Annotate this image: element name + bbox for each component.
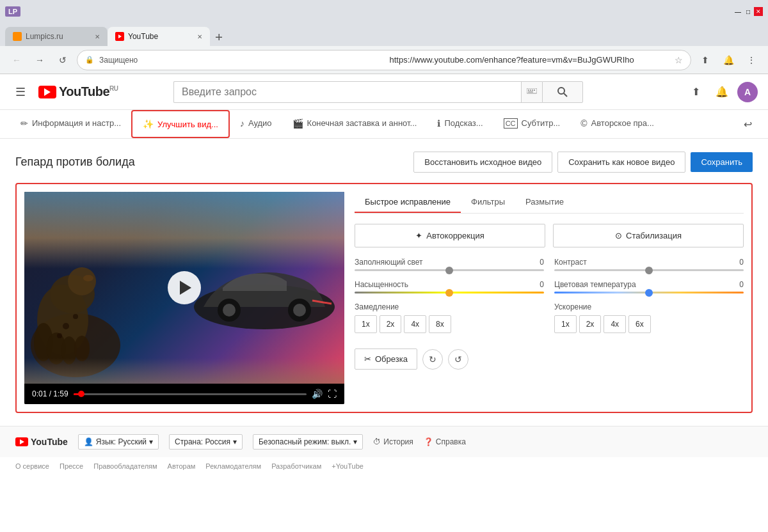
progress-bar[interactable] — [74, 393, 307, 395]
footer-link-press[interactable]: Прессе — [60, 462, 83, 470]
maximize-button[interactable]: □ — [744, 7, 753, 16]
color-temp-label: Цветовая температура — [554, 280, 636, 289]
tab-endcard[interactable]: 🎬 Конечная заставка и аннот... — [282, 111, 428, 138]
editor-panel: Быстрое исправление Фильтры Размытие ✦ А… — [355, 192, 744, 404]
save-button[interactable]: Сохранить — [691, 152, 753, 172]
stabilize-button[interactable]: ⊙ Стабилизация — [553, 224, 744, 247]
contrast-track[interactable] — [554, 269, 744, 271]
notification-browser-icon[interactable]: 🔔 — [719, 51, 737, 69]
tab-blur[interactable]: Размытие — [515, 192, 574, 213]
fill-light-track[interactable] — [355, 269, 544, 271]
forward-button[interactable]: → — [31, 51, 49, 69]
saturation-slider: Насыщенность 0 — [355, 280, 544, 293]
upload-button[interactable]: ⬆ — [686, 82, 707, 102]
safety-chevron: ▾ — [353, 437, 357, 446]
color-temp-thumb[interactable] — [645, 289, 653, 297]
close-button[interactable]: ✕ — [754, 7, 763, 16]
video-controls: 0:01 / 1:59 🔊 ⛶ — [24, 384, 344, 404]
tab-lumpics-close[interactable]: ✕ — [95, 33, 100, 40]
refresh-button[interactable]: ↺ — [54, 51, 72, 69]
tab-info[interactable]: ✏ Информация и настр... — [10, 111, 131, 138]
notifications-button[interactable]: 🔔 — [712, 82, 732, 102]
minimize-button[interactable]: — — [733, 7, 742, 16]
contrast-thumb[interactable] — [645, 267, 653, 274]
hamburger-menu-icon[interactable]: ☰ — [10, 80, 31, 104]
url-box[interactable]: 🔒 Защищено https://www.youtube.com/enhan… — [77, 50, 691, 70]
panel-actions: ✂ Обрезка ↻ ↺ — [355, 348, 744, 370]
save-new-button[interactable]: Сохранить как новое видео — [557, 152, 685, 173]
footer-link-authors[interactable]: Авторам — [168, 462, 196, 470]
slow-1x[interactable]: 1x — [355, 315, 377, 333]
tab-lumpics[interactable]: Lumpics.ru ✕ — [5, 27, 108, 46]
language-selector[interactable]: 👤 Язык: Русский ▾ — [78, 434, 159, 450]
trim-button[interactable]: ✂ Обрезка — [355, 348, 417, 370]
search-button[interactable] — [542, 81, 583, 103]
fill-light-value: 0 — [540, 258, 544, 267]
safety-selector[interactable]: Безопасный режим: выкл. ▾ — [253, 434, 363, 450]
country-selector[interactable]: Страна: Россия ▾ — [169, 434, 243, 450]
slow-4x[interactable]: 4x — [404, 315, 426, 333]
sliders-container: Заполняющий свет 0 Насыщенность — [355, 258, 744, 302]
fast-2x[interactable]: 2x — [579, 315, 602, 333]
help-link[interactable]: ❓ Справка — [424, 437, 466, 446]
lp-badge: LP — [5, 6, 20, 17]
rotate-ccw-button[interactable]: ↺ — [448, 349, 468, 370]
tab-cards[interactable]: ℹ Подсказ... — [427, 111, 493, 138]
history-icon: ⏱ — [373, 437, 381, 446]
fast-1x[interactable]: 1x — [554, 315, 577, 333]
video-player[interactable]: 0:01 / 1:59 🔊 ⛶ — [24, 192, 344, 404]
color-temp-slider: Цветовая температура 0 — [554, 280, 744, 293]
browser-window: LP — □ ✕ Lumpics.ru ✕ YouTube ✕ ← → ↺ — [0, 0, 768, 532]
tab-audio[interactable]: ♪ Аудио — [230, 111, 282, 138]
tab-subtitles[interactable]: CC Субтитр... — [493, 111, 571, 138]
fast-4x[interactable]: 4x — [604, 315, 626, 333]
history-link[interactable]: ⏱ История — [373, 437, 413, 446]
stabilize-label: Стабилизация — [626, 231, 682, 240]
back-button[interactable]: ← — [8, 51, 26, 69]
footer-logo[interactable]: YouTube — [15, 437, 68, 447]
new-tab-button[interactable] — [210, 28, 228, 46]
contrast-slider: Контраст 0 — [554, 258, 744, 271]
footer-link-copyright[interactable]: Правообладателям — [93, 462, 157, 470]
lumpics-favicon — [13, 32, 22, 41]
window-controls: — □ ✕ — [733, 7, 763, 16]
saturation-thumb[interactable] — [445, 289, 453, 297]
youtube-logo[interactable]: YouTubeRU — [38, 84, 118, 99]
speed-up-col: Ускорение 1x 2x 4x 6x — [554, 302, 744, 341]
bookmark-icon[interactable]: ☆ — [675, 55, 683, 65]
search-input[interactable] — [173, 81, 521, 103]
fullscreen-icon[interactable]: ⛶ — [328, 389, 337, 399]
tab-youtube-close[interactable]: ✕ — [197, 33, 202, 40]
volume-icon[interactable]: 🔊 — [312, 389, 323, 399]
footer-link-advertisers[interactable]: Рекламодателям — [205, 462, 261, 470]
autocorrect-button[interactable]: ✦ Автокоррекция — [355, 224, 545, 247]
fill-light-thumb[interactable] — [445, 267, 453, 274]
tab-youtube[interactable]: YouTube ✕ — [108, 27, 210, 46]
video-actions: Восстановить исходное видео Сохранить ка… — [413, 152, 753, 173]
color-temp-track[interactable] — [554, 292, 744, 293]
saturation-track[interactable] — [355, 292, 544, 293]
play-button[interactable] — [168, 271, 201, 304]
keyboard-icon[interactable] — [521, 81, 542, 103]
footer-link-about[interactable]: О сервисе — [15, 462, 49, 470]
footer-link-developers[interactable]: Разработчикам — [271, 462, 321, 470]
tab-quick-fix[interactable]: Быстрое исправление — [355, 192, 461, 213]
tab-filters[interactable]: Фильтры — [461, 192, 515, 213]
restore-button[interactable]: Восстановить исходное видео — [413, 152, 552, 173]
tab-enhance[interactable]: ✨ Улучшить вид... — [131, 110, 230, 138]
progress-thumb[interactable] — [78, 391, 84, 397]
stabilize-icon: ⊙ — [615, 231, 622, 240]
slow-8x[interactable]: 8x — [429, 315, 451, 333]
fast-6x[interactable]: 6x — [628, 315, 651, 333]
tab-cards-label: Подсказ... — [444, 118, 483, 128]
upload-page-icon[interactable]: ⬆ — [696, 51, 714, 69]
back-arrow-button[interactable]: ↩ — [737, 114, 758, 134]
tab-copyright[interactable]: © Авторское пра... — [570, 111, 664, 138]
footer-link-plus[interactable]: +YouTube — [332, 462, 364, 470]
rotate-cw-button[interactable]: ↻ — [422, 349, 443, 370]
slow-2x[interactable]: 2x — [380, 315, 402, 333]
youtube-logo-text: YouTubeRU — [59, 84, 118, 99]
user-avatar[interactable]: A — [737, 82, 758, 102]
more-options-icon[interactable]: ⋮ — [742, 51, 760, 69]
svg-rect-1 — [219, 34, 220, 40]
